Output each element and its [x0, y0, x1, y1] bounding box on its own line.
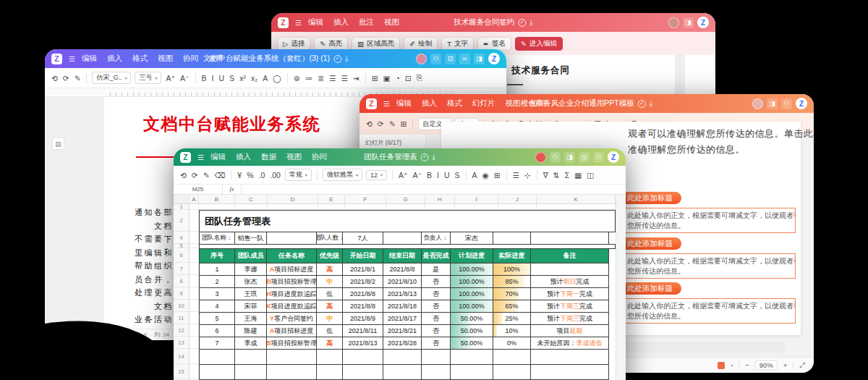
- row-header-11[interactable]: 11: [174, 312, 190, 324]
- underline-icon[interactable]: U: [443, 171, 451, 180]
- cell[interactable]: 低: [316, 287, 343, 300]
- app-logo-icon[interactable]: Z: [51, 54, 62, 64]
- cell[interactable]: 100.00%: [450, 275, 493, 288]
- cell[interactable]: 项目延期: [530, 324, 609, 337]
- cell[interactable]: 50.00%: [450, 324, 493, 337]
- cell[interactable]: [342, 364, 383, 380]
- underline-icon[interactable]: U: [218, 74, 226, 83]
- cell[interactable]: 高: [316, 263, 343, 276]
- cell[interactable]: 中: [316, 275, 343, 288]
- cell[interactable]: [190, 312, 199, 324]
- cell[interactable]: 否: [421, 275, 451, 288]
- cell[interactable]: 宋杰: [450, 232, 493, 245]
- cell[interactable]: 张杰: [234, 275, 267, 288]
- cell[interactable]: [190, 232, 199, 244]
- menu-item-1[interactable]: 插入: [236, 152, 251, 162]
- sort-icon[interactable]: ⇅: [553, 171, 561, 180]
- slide-title-badge[interactable]: 此处添加标题: [618, 237, 681, 250]
- cell[interactable]: 结束日期: [383, 248, 422, 263]
- cell[interactable]: [493, 364, 531, 380]
- save-icon[interactable]: ⤓: [650, 99, 652, 108]
- cell[interactable]: 开始日期: [342, 248, 383, 263]
- sidebar-icon[interactable]: ◨: [767, 98, 778, 109]
- cell[interactable]: 2021/8/13: [383, 287, 422, 300]
- cell[interactable]: 预计明日完成: [530, 275, 609, 288]
- cell[interactable]: [383, 232, 422, 245]
- font-larger-icon[interactable]: A⁺: [398, 171, 409, 180]
- font-smaller-icon[interactable]: A⁻: [179, 74, 190, 83]
- cell-reference-box[interactable]: M25: [174, 185, 223, 194]
- menu-item-0[interactable]: 编辑: [82, 54, 97, 64]
- row-header-13[interactable]: 13: [174, 337, 190, 349]
- slide-title-badge[interactable]: 此处添加标题: [618, 282, 681, 295]
- filter-icon[interactable]: ∇: [542, 171, 549, 180]
- select-tool[interactable]: ▷选择: [277, 37, 310, 51]
- cell[interactable]: [386, 204, 425, 210]
- font-color-icon[interactable]: A: [472, 171, 478, 180]
- cell[interactable]: [530, 349, 609, 365]
- cell[interactable]: 2021/8/11: [342, 324, 383, 337]
- slide-body-textbox[interactable]: 此处输入你的正文，根据需要可增减文字，以便观者可以准确您所传达的信息。: [622, 208, 796, 233]
- column-header-A[interactable]: A: [190, 195, 199, 203]
- insert-table-icon[interactable]: ⊞: [371, 74, 379, 83]
- insert-chart-icon[interactable]: ◔: [395, 74, 401, 83]
- cell[interactable]: 2021/8/1: [342, 263, 383, 276]
- area-highlight-tool[interactable]: ▨区域高亮: [352, 37, 400, 51]
- enter-edit-button[interactable]: ✎进入编辑: [515, 37, 563, 51]
- cell[interactable]: 100.00%: [450, 263, 493, 276]
- slide-body-textbox[interactable]: 此处输入你的正文，根据需要可增减文字，以便观者可以准确您所传达的信息。: [622, 298, 796, 324]
- cell[interactable]: 计划进度: [450, 248, 493, 263]
- format-painter-icon[interactable]: ✎: [74, 74, 82, 83]
- cell[interactable]: 李成: [234, 337, 267, 350]
- cell[interactable]: [455, 204, 498, 210]
- cell[interactable]: 宋菲: [234, 300, 267, 313]
- menu-item-3[interactable]: 视图: [286, 152, 302, 162]
- increase-decimal-icon[interactable]: .00: [269, 171, 281, 180]
- cell[interactable]: 100.00%: [450, 287, 493, 300]
- highlight-tool[interactable]: ✎高亮: [314, 37, 348, 51]
- autosum-icon[interactable]: Σ: [564, 171, 571, 180]
- column-header-F[interactable]: F: [345, 195, 386, 203]
- cell[interactable]: 100.00%: [450, 300, 493, 313]
- font-family-dropdown[interactable]: 仿宋_G..▾: [92, 72, 131, 84]
- cell[interactable]: 否: [421, 300, 451, 313]
- cell[interactable]: 陈建: [234, 324, 267, 337]
- cell[interactable]: [268, 204, 318, 210]
- cell[interactable]: [190, 364, 199, 379]
- cell[interactable]: 负责人：: [421, 232, 451, 245]
- hamburger-icon[interactable]: ☰: [197, 153, 204, 161]
- app-logo-icon[interactable]: Z: [180, 152, 191, 163]
- slide-title-badge[interactable]: 此处添加标题: [618, 192, 681, 204]
- draw-tool[interactable]: ✐绘制: [404, 37, 438, 51]
- cell[interactable]: 是否完成: [421, 248, 451, 263]
- cell[interactable]: 7人: [342, 232, 383, 245]
- cell[interactable]: [450, 364, 493, 380]
- paste-icon[interactable]: ⎘: [416, 73, 423, 83]
- cell[interactable]: 2021/8/28: [383, 337, 422, 350]
- merge-cells-icon[interactable]: ⊹: [524, 171, 532, 180]
- insert-image-icon[interactable]: ▣: [383, 74, 391, 83]
- indent-icon[interactable]: ⇥: [352, 74, 360, 83]
- cell[interactable]: [530, 263, 609, 276]
- cell[interactable]: K项目进度款追踪: [266, 300, 317, 313]
- select-all-corner[interactable]: [174, 195, 190, 203]
- menu-item-3[interactable]: 视图: [384, 17, 399, 28]
- outline-toggle-icon[interactable]: ▤: [52, 138, 64, 150]
- cell[interactable]: [190, 300, 199, 312]
- font-size-dropdown[interactable]: 12▾: [366, 170, 387, 180]
- align-center-icon[interactable]: ☰: [341, 74, 349, 83]
- format-painter-icon[interactable]: ✎: [388, 119, 396, 128]
- cell[interactable]: 否: [421, 337, 451, 350]
- sidebar-icon[interactable]: ◨: [683, 17, 694, 28]
- table-style-icon[interactable]: ▦: [574, 171, 582, 180]
- menu-item-4[interactable]: 协同: [183, 54, 198, 64]
- font-color-icon[interactable]: A: [262, 74, 268, 83]
- cell[interactable]: 中: [316, 312, 343, 325]
- cell[interactable]: 否: [421, 312, 451, 325]
- app-logo-icon[interactable]: Z: [697, 17, 709, 28]
- signature-tool[interactable]: ✒签名: [477, 37, 511, 51]
- cell[interactable]: [235, 204, 268, 210]
- cell[interactable]: 王海: [234, 312, 267, 325]
- cell[interactable]: 2021/8/13: [342, 337, 383, 350]
- cell[interactable]: [425, 204, 455, 210]
